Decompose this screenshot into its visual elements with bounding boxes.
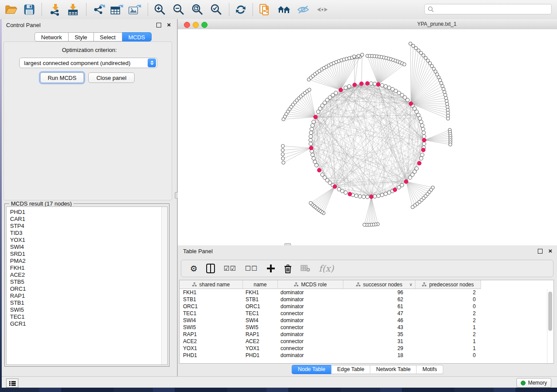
table-scrollbar[interactable] [547, 289, 554, 363]
refresh-network-icon[interactable] [234, 3, 247, 16]
table-options-gear-icon[interactable]: ⚙ [190, 263, 197, 274]
column-header-name[interactable]: name [243, 280, 278, 289]
tab-node-table[interactable]: Node Table [292, 365, 332, 374]
mcds-result-item[interactable]: SRD1 [10, 251, 26, 258]
mcds-result-item[interactable]: GCR1 [10, 320, 26, 327]
table-cell: TEC1 [180, 310, 243, 316]
mcds-result-item[interactable]: STB5 [10, 279, 26, 285]
tab-mcds[interactable]: MCDS [122, 32, 152, 41]
mcds-result-item[interactable]: YOX1 [10, 237, 26, 244]
zoom-fit-icon[interactable] [191, 3, 204, 16]
close-panel-icon[interactable]: × [167, 21, 171, 28]
tab-network[interactable]: Network [35, 32, 69, 41]
mcds-list-scrollbar[interactable] [161, 207, 167, 364]
optimization-criterion-label: Optimization criterion: [2, 47, 177, 53]
table-row[interactable]: SWI5SWI5connector431 [180, 324, 547, 331]
optimization-criterion-select[interactable]: largest connected component (undirected) [19, 58, 157, 68]
memory-button[interactable]: Memory [516, 378, 551, 388]
hide-graphics-details-icon[interactable] [297, 3, 310, 16]
close-window-traffic-light[interactable] [184, 22, 190, 28]
mcds-result-item[interactable]: STB1 [10, 299, 26, 306]
deselect-all-icon[interactable]: ☐☐ [245, 263, 258, 274]
mcds-result-item[interactable]: TID3 [10, 230, 26, 237]
run-mcds-button[interactable]: Run MCDS [40, 72, 84, 83]
tab-style[interactable]: Style [69, 32, 94, 41]
mcds-result-item[interactable]: CAR1 [10, 216, 26, 223]
table-row[interactable]: ACE2ACE2connector311 [180, 338, 547, 345]
table-cell: 35 [343, 331, 415, 337]
save-session-icon[interactable] [23, 3, 36, 16]
column-header-successor-nodes[interactable]: successor nodes∨ [343, 280, 415, 289]
table-scrollbar-thumb[interactable] [548, 292, 552, 331]
table-row[interactable]: FKH1FKH1dominator962 [180, 289, 547, 296]
mcds-result-list[interactable]: PHD1CAR1STP4TID3YOX1SWI4SRD1PMA2FKH1ACE2… [6, 206, 168, 365]
network-window-titlebar[interactable]: YPA_prune.txt_1 [178, 19, 557, 30]
network-graph[interactable] [178, 29, 557, 245]
tab-network-table[interactable]: Network Table [370, 365, 417, 374]
mcds-result-item[interactable]: ORC1 [10, 285, 26, 292]
table-row[interactable]: YOX1YOX1connector291 [180, 345, 547, 352]
table-cell: 2 [415, 317, 481, 323]
zoom-in-icon[interactable] [153, 3, 166, 16]
export-network-icon[interactable] [93, 3, 106, 16]
delete-column-icon[interactable] [284, 263, 292, 274]
minimize-window-traffic-light[interactable] [193, 22, 199, 28]
table-row[interactable]: ORC1ORC1dominator610 [180, 303, 547, 310]
network-view[interactable] [178, 29, 557, 245]
mcds-result-item[interactable]: PHD1 [10, 209, 26, 216]
function-builder-icon[interactable]: f(x) [319, 263, 334, 274]
select-all-icon[interactable]: ☑☑ [224, 263, 236, 274]
table-row[interactable]: RAP1RAP1dominator352 [180, 331, 547, 338]
mcds-result-item[interactable]: SWI5 [10, 306, 26, 313]
show-column-icon[interactable] [206, 263, 215, 274]
search-input[interactable] [436, 6, 551, 13]
zoom-out-icon[interactable] [172, 3, 185, 16]
mcds-result-item[interactable]: STP4 [10, 223, 26, 230]
close-table-panel-icon[interactable]: × [548, 247, 552, 254]
import-table-icon[interactable] [66, 3, 80, 16]
import-network-icon[interactable] [48, 3, 62, 16]
float-panel-icon[interactable] [156, 23, 161, 28]
float-table-panel-icon[interactable] [538, 249, 543, 254]
tab-motifs[interactable]: Motifs [417, 365, 443, 374]
tab-edge-table[interactable]: Edge Table [332, 365, 370, 374]
network-window-title: YPA_prune.txt_1 [417, 21, 457, 27]
table-cell: SWI5 [243, 324, 278, 330]
mcds-result-item[interactable]: PMA2 [10, 258, 26, 265]
mcds-result-item[interactable]: RAP1 [10, 292, 26, 299]
table-row[interactable]: SWI4SWI4dominator462 [180, 317, 547, 324]
status-bar: Memory [2, 376, 557, 388]
tab-select[interactable]: Select [94, 32, 122, 41]
table-cell: 29 [343, 345, 415, 351]
table-row[interactable]: STB1STB1dominator620 [180, 296, 547, 303]
node-table[interactable]: shared namenameMCDS rolesuccessor nodes∨… [179, 280, 554, 364]
task-history-button[interactable] [6, 378, 18, 388]
table-panel-header: Table Panel × [178, 245, 557, 257]
column-header-predecessor-nodes[interactable]: predecessor nodes [415, 280, 481, 289]
mcds-result-item[interactable]: SWI4 [10, 244, 26, 251]
show-graphics-details-icon[interactable] [316, 3, 329, 16]
column-header-shared-name[interactable]: shared name [180, 280, 243, 289]
first-neighbors-icon[interactable] [277, 3, 291, 16]
export-image-icon[interactable] [128, 3, 141, 16]
table-cell: STB1 [180, 296, 243, 303]
table-row[interactable]: PHD1PHD1dominator180 [180, 352, 547, 359]
duplicate-network-icon[interactable] [258, 3, 271, 16]
search-box[interactable] [424, 4, 552, 14]
mcds-result-item[interactable]: TEC1 [10, 313, 26, 320]
export-table-icon[interactable] [110, 3, 123, 16]
mcds-result-item[interactable]: ACE2 [10, 272, 26, 279]
close-panel-button[interactable]: Close panel [88, 72, 135, 83]
open-file-icon[interactable] [4, 3, 17, 16]
table-row[interactable]: TEC1TEC1connector472 [180, 310, 547, 317]
dropdown-stepper-icon [148, 58, 156, 67]
add-column-icon[interactable] [266, 263, 275, 274]
delete-table-icon[interactable] [301, 263, 310, 274]
mcds-result-item[interactable]: FKH1 [10, 265, 26, 272]
table-cell: ORC1 [180, 303, 243, 309]
column-header-MCDS-role[interactable]: MCDS role [278, 280, 343, 289]
zoom-window-traffic-light[interactable] [201, 22, 208, 28]
zoom-selected-icon[interactable] [210, 3, 223, 16]
mcds-result-group: MCDS result (17 nodes) PHD1CAR1STP4TID3Y… [4, 203, 170, 367]
table-cell: dominator [278, 303, 343, 309]
